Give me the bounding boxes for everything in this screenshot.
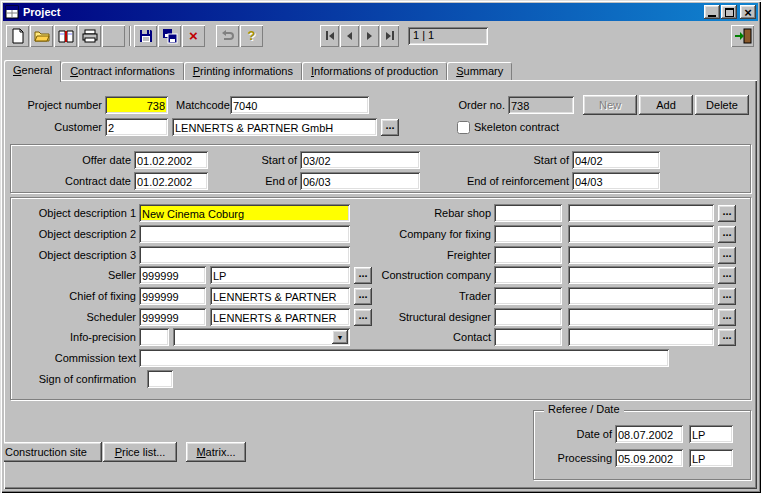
project-number-input[interactable]: [105, 96, 168, 114]
object-description-1-label: Object description 1: [13, 207, 136, 219]
info-precision-combobox[interactable]: ▼: [173, 328, 350, 346]
construction-company-browse-button[interactable]: ...: [718, 267, 736, 284]
close-button[interactable]: ×: [740, 5, 756, 19]
company-for-fixing-name-input[interactable]: [568, 225, 714, 243]
matchcode-input[interactable]: [230, 96, 369, 114]
referee-date-group: Referee / Date Date of Processing: [533, 410, 751, 480]
next-record-button[interactable]: [360, 25, 379, 47]
save-all-button[interactable]: [158, 25, 181, 47]
price-list-button[interactable]: Price list...: [103, 442, 177, 462]
commission-text-input[interactable]: [139, 349, 669, 367]
titlebar[interactable]: Project ×: [3, 3, 758, 21]
date-of-label: Date of: [536, 428, 612, 440]
start-of-2-input[interactable]: [572, 151, 660, 169]
rebar-shop-browse-button[interactable]: ...: [718, 205, 736, 222]
tab-contract-informations[interactable]: Contract informations: [61, 62, 184, 80]
toolbar-separator: [129, 26, 131, 46]
scheduler-code-input[interactable]: [139, 308, 206, 326]
offer-date-input[interactable]: [134, 151, 208, 169]
previous-record-button[interactable]: [340, 25, 359, 47]
processing-date-input[interactable]: [615, 449, 683, 467]
matrix-button[interactable]: Matrix...: [186, 442, 246, 462]
toolbar-blank-button: [102, 25, 125, 47]
freighter-name-input[interactable]: [568, 246, 714, 264]
object-description-2-input[interactable]: [139, 225, 350, 243]
end-of-reinforcement-input[interactable]: [572, 172, 660, 190]
skeleton-contract-checkbox[interactable]: [457, 121, 470, 134]
project-window: Project ×: [0, 0, 761, 493]
chief-of-fixing-name-input[interactable]: [210, 287, 350, 305]
minimize-button[interactable]: [704, 5, 720, 19]
object-description-1-input[interactable]: [139, 204, 350, 222]
open-button[interactable]: [30, 25, 53, 47]
new-button[interactable]: [6, 25, 29, 47]
end-of-input[interactable]: [300, 172, 420, 190]
commission-text-label: Commission text: [13, 352, 136, 364]
contact-browse-button[interactable]: ...: [718, 329, 736, 346]
customer-browse-button[interactable]: ...: [381, 119, 399, 136]
tab-label: eneral: [22, 64, 53, 76]
construction-company-code-input[interactable]: [494, 266, 562, 284]
freighter-browse-button[interactable]: ...: [718, 247, 736, 264]
scheduler-name-input[interactable]: [210, 308, 350, 326]
structural-designer-row: Structural designer ...: [343, 308, 736, 326]
trader-browse-button[interactable]: ...: [718, 288, 736, 305]
company-for-fixing-browse-button[interactable]: ...: [718, 226, 736, 243]
sign-of-confirmation-input[interactable]: [147, 370, 173, 388]
dates-group: Offer date Start of Start of Contract da…: [10, 144, 751, 193]
customer-number-input[interactable]: [105, 118, 168, 136]
add-order-button[interactable]: Add: [639, 95, 693, 115]
structural-designer-label: Structural designer: [343, 311, 491, 323]
print-button[interactable]: [78, 25, 101, 47]
tab-summary[interactable]: Summary: [447, 62, 512, 80]
structural-designer-code-input[interactable]: [494, 308, 562, 326]
info-precision-code-input[interactable]: [139, 328, 169, 346]
date-of-input[interactable]: [615, 425, 683, 443]
maximize-icon: [725, 8, 734, 17]
construction-site-button[interactable]: Construction site: [4, 442, 102, 462]
new-order-button: New: [583, 95, 637, 115]
exit-icon: [734, 28, 752, 44]
contact-name-input[interactable]: [568, 328, 714, 346]
rebar-shop-name-input[interactable]: [568, 204, 714, 222]
chief-of-fixing-code-input[interactable]: [139, 287, 206, 305]
save-button[interactable]: [134, 25, 157, 47]
maximize-button[interactable]: [721, 5, 737, 19]
structural-designer-name-input[interactable]: [568, 308, 714, 326]
seller-name-input[interactable]: [210, 266, 350, 284]
tab-informations-of-production[interactable]: Informations of production: [302, 62, 447, 80]
exit-button[interactable]: [731, 25, 754, 47]
seller-row: Seller ...: [13, 266, 372, 284]
help-button[interactable]: ?: [240, 25, 263, 47]
start-of-input[interactable]: [300, 151, 420, 169]
tab-accel: G: [13, 64, 22, 76]
lookup-button[interactable]: [54, 25, 77, 47]
rebar-shop-label: Rebar shop: [343, 207, 491, 219]
structural-designer-browse-button[interactable]: ...: [718, 309, 736, 326]
contract-date-row: Contract date End of End of reinforcemen…: [13, 172, 660, 190]
trader-name-input[interactable]: [568, 287, 714, 305]
tab-accel: C: [70, 65, 78, 77]
last-record-button[interactable]: [380, 25, 399, 47]
construction-company-name-input[interactable]: [568, 266, 714, 284]
tab-label: ummary: [464, 65, 504, 77]
seller-code-input[interactable]: [139, 266, 206, 284]
delete-order-button[interactable]: Delete: [695, 95, 749, 115]
contact-code-input[interactable]: [494, 328, 562, 346]
first-record-button[interactable]: [320, 25, 339, 47]
contract-date-input[interactable]: [134, 172, 208, 190]
object-description-3-input[interactable]: [139, 246, 350, 264]
rebar-shop-code-input[interactable]: [494, 204, 562, 222]
processing-initials-input[interactable]: [689, 449, 733, 467]
delete-record-button[interactable]: ×: [182, 25, 205, 47]
tab-printing-informations[interactable]: Printing informations: [184, 62, 302, 80]
open-folder-icon: [34, 28, 50, 44]
customer-name-input[interactable]: [172, 118, 377, 136]
date-of-initials-input[interactable]: [689, 425, 733, 443]
info-precision-row: Info-precision ▼: [13, 328, 350, 346]
freighter-code-input[interactable]: [494, 246, 562, 264]
trader-code-input[interactable]: [494, 287, 562, 305]
contact-row: Contact ...: [343, 328, 736, 346]
company-for-fixing-code-input[interactable]: [494, 225, 562, 243]
tab-general[interactable]: General: [4, 60, 61, 82]
